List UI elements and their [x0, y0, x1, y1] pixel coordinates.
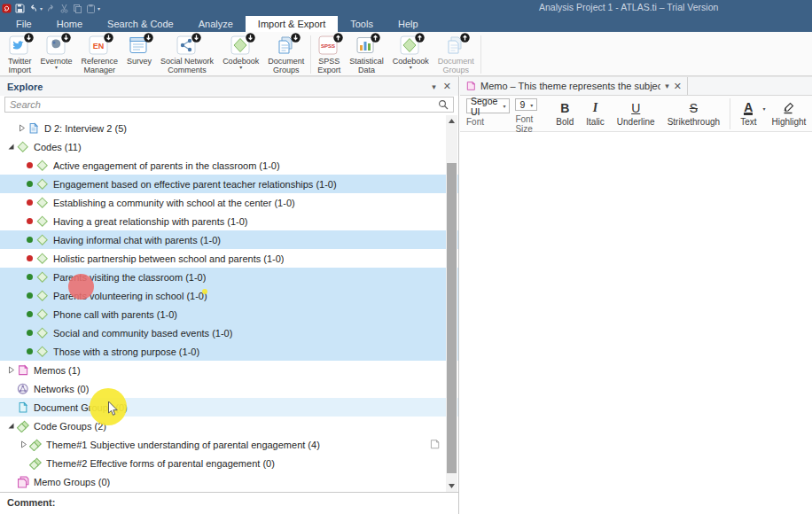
tree-item[interactable]: Memos (1) [0, 361, 458, 379]
reference-manager-button[interactable]: ENReferenceManager [77, 34, 123, 75]
scrollbar-thumb[interactable] [447, 163, 457, 473]
tab-help[interactable]: Help [386, 16, 431, 32]
tree-expander-icon[interactable] [5, 366, 17, 374]
tree-item[interactable]: D 2: Interview 2 (5) [0, 119, 458, 137]
tree-item-label: Networks (0) [34, 384, 89, 394]
social-network-comments-button[interactable]: Social NetworkComments [156, 34, 218, 75]
tree-item-label: Parents visiting the classroom (1-0) [53, 272, 206, 283]
explore-panel: Explore ▾ ✕ Search D 2: Interview 2 (5)C… [0, 76, 459, 514]
underline-button[interactable]: UUnderline [611, 98, 661, 131]
bold-button[interactable]: BBold [550, 98, 580, 131]
ribbon: TwitterImportEvernote▾ENReferenceManager… [0, 32, 812, 76]
italic-button[interactable]: IItalic [580, 98, 611, 131]
twitter-import-button[interactable]: TwitterImport [4, 34, 36, 75]
tree-item[interactable]: Parents visiting the classroom (1-0) [0, 268, 458, 286]
tree-item-label: Theme#2 Effective forms of parental enga… [46, 458, 275, 469]
memo-tab[interactable]: Memo – This theme represents the subject… [460, 77, 688, 95]
tree-item[interactable]: Holistic partnership between school and … [0, 249, 458, 268]
tree-item-label: Active engagement of parents in the clas… [53, 160, 280, 171]
format-button-label: Highlight [771, 117, 806, 127]
tree-item[interactable]: Phone call with parents (1-0) [0, 305, 458, 323]
tree-item[interactable]: Code Groups (2) [0, 417, 458, 435]
tree-item[interactable]: Active engagement of parents in the clas… [0, 156, 458, 175]
codebook-button[interactable]: Codebook▾ [218, 34, 263, 75]
tree-item-label: Having a great relationship with parents… [53, 216, 248, 227]
panel-close-icon[interactable]: ✕ [443, 81, 451, 92]
tree-item-label: Phone call with parents (1-0) [53, 309, 177, 320]
svg-text:EN: EN [93, 42, 105, 51]
code-icon [36, 253, 49, 265]
tab-file[interactable]: File [4, 16, 44, 32]
tree-item[interactable]: Document Groups (0) [0, 398, 458, 417]
copy-icon[interactable] [73, 4, 82, 13]
chevron-down-icon: ▾ [525, 102, 533, 108]
chevron-down-icon: ▾ [239, 66, 242, 70]
scrollbar-down-icon[interactable] [446, 480, 457, 492]
tree-item[interactable]: Theme#1 Subjective understanding of pare… [0, 435, 458, 454]
chevron-down-icon[interactable]: ▾ [98, 5, 100, 12]
codebook-button[interactable]: Codebook▾ [388, 34, 433, 75]
tab-home[interactable]: Home [44, 16, 95, 32]
survey-button[interactable]: Survey [122, 34, 156, 75]
tree-item[interactable]: Theme#2 Effective forms of parental enga… [0, 454, 458, 472]
save-icon[interactable] [15, 4, 25, 13]
ribbon-tab-strip: FileHomeSearch & CodeAnalyzeImport & Exp… [0, 16, 812, 32]
tree-item[interactable]: Those with a strong purpose (1-0) [0, 342, 458, 361]
tree-item[interactable]: Parents volunteering in school (1-0) [0, 286, 458, 305]
tree-expander-icon[interactable] [5, 422, 17, 430]
green-status-dot-icon [27, 292, 33, 299]
spss-export-button[interactable]: SPSSSPSSExport [313, 34, 345, 75]
bold-glyph-icon: B [560, 98, 569, 115]
codegroup-icon [29, 457, 42, 470]
tab-analyze[interactable]: Analyze [186, 16, 246, 32]
tree-item[interactable]: Having a great relationship with parents… [0, 212, 458, 230]
redo-icon[interactable] [46, 4, 56, 13]
chevron-down-icon[interactable]: ▾ [40, 5, 43, 12]
search-input[interactable]: Search [4, 97, 454, 113]
undo-icon[interactable] [28, 4, 38, 13]
font-group-label: Font [466, 117, 510, 127]
statistical-data-button[interactable]: StatisticalData [345, 34, 388, 75]
font-family-select[interactable]: Segoe UI ▾ [466, 98, 510, 113]
tree-item[interactable]: Engagement based on effective parent tea… [0, 175, 458, 193]
memo-tab-dropdown-icon[interactable]: ▾ [665, 82, 669, 90]
tree-item[interactable]: Establishing a community with school at … [0, 193, 458, 212]
ribbon-button-label: ReferenceManager [82, 57, 119, 74]
paste-icon[interactable] [86, 4, 96, 13]
ribbon-button-label: StatisticalData [349, 57, 384, 74]
code-icon [36, 178, 49, 191]
tree-item[interactable]: Social and community based events (1-0) [0, 323, 458, 342]
tree-item[interactable]: Networks (0) [0, 379, 458, 398]
document-groups-button[interactable]: DocumentGroups [263, 34, 308, 75]
tree-item-label: Code Groups (2) [34, 421, 106, 432]
format-button-label: Text [740, 117, 756, 127]
tree-expander-icon[interactable] [5, 143, 17, 151]
tree-item-label: Document Groups (0) [34, 402, 128, 413]
tree-expander-icon[interactable] [16, 124, 27, 132]
network-icon [17, 383, 29, 395]
tab-tools[interactable]: Tools [338, 16, 386, 32]
memo-content-area[interactable] [460, 133, 812, 514]
tree-item[interactable]: Having informal chat with parents (1-0) [0, 230, 458, 249]
panel-menu-dropdown-icon[interactable]: ▾ [432, 82, 436, 91]
memo-tab-close-icon[interactable]: ✕ [674, 81, 682, 92]
scrollbar-up-icon[interactable] [446, 115, 457, 127]
cut-icon[interactable] [59, 4, 69, 13]
tree-expander-icon[interactable] [18, 440, 29, 448]
highlight-button[interactable]: Highlight [765, 98, 812, 131]
strikethrough-button[interactable]: SStrikethrough [661, 98, 726, 131]
tree-scrollbar[interactable] [446, 115, 457, 492]
tree-item[interactable]: Codes (11) [0, 137, 458, 156]
highlight-glyph-icon [781, 98, 796, 115]
tab-import-export[interactable]: Import & Export [246, 16, 338, 32]
explore-tree: D 2: Interview 2 (5)Codes (11)Active eng… [0, 115, 458, 492]
text-button[interactable]: AText [734, 98, 762, 131]
evernote-button[interactable]: Evernote▾ [36, 34, 77, 75]
font-size-select[interactable]: 9 ▾ [515, 98, 537, 111]
tree-item-label: Engagement based on effective parent tea… [53, 179, 337, 190]
ribbon-button-label: TwitterImport [8, 57, 32, 74]
tab-search-code[interactable]: Search & Code [95, 16, 186, 32]
tree-item[interactable]: Memo Groups (0) [0, 472, 458, 491]
code-icon [36, 197, 49, 209]
comment-bar[interactable]: Comment: [0, 492, 458, 514]
